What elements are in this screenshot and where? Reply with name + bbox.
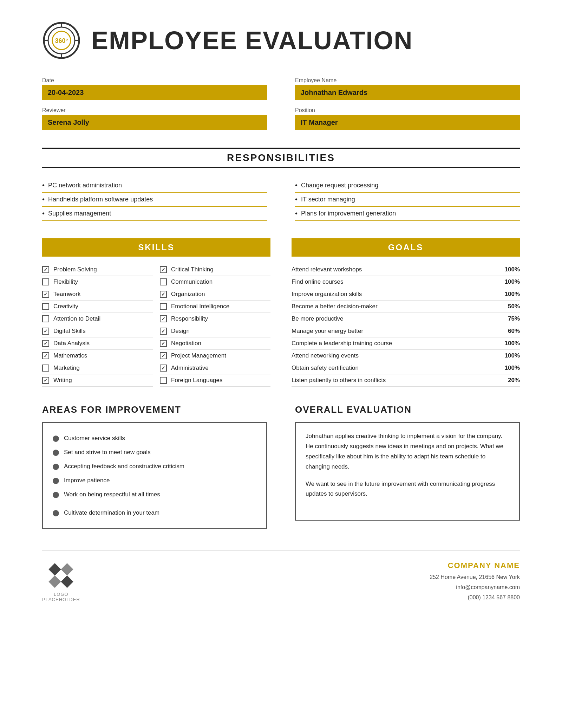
eval-paragraph: Johnathan applies creative thinking to i… (306, 431, 509, 472)
goals-title: GOALS (292, 238, 520, 257)
responsibilities-section: RESPONSIBILITIES PC network administrati… (42, 148, 520, 221)
footer-logo: LOGO PLACEHOLDER (42, 561, 80, 602)
eval-title: OVERALL EVALUATION (295, 404, 520, 415)
skill-label: Teamwork (53, 291, 80, 298)
goal-item: Obtain safety certification100% (292, 362, 520, 374)
checkbox (42, 278, 49, 285)
goal-text: Become a better decision-maker (292, 303, 499, 310)
svg-rect-10 (48, 575, 61, 588)
goal-text: Find online courses (292, 278, 499, 285)
goal-pct: 100% (499, 365, 520, 372)
skill-item: Design (160, 325, 270, 337)
footer-phone: (000) 1234 567 8800 (430, 593, 520, 603)
bullet-circle (53, 478, 59, 484)
checkbox (160, 278, 167, 285)
skill-label: Responsibility (171, 315, 208, 322)
goal-text: Attend networking events (292, 352, 499, 359)
goal-pct: 100% (499, 352, 520, 359)
resp-item: Handhelds platform software updates (42, 193, 267, 207)
checkbox (42, 328, 49, 335)
checkbox (42, 340, 49, 347)
footer-company-name: COMPANY NAME (430, 561, 520, 570)
bullet-circle (53, 510, 59, 516)
skill-item: Organization (160, 288, 270, 301)
resp-item: Change request processing (295, 179, 520, 193)
area-text: Cultivate determination in your team (64, 509, 159, 516)
skill-item: Teamwork (42, 288, 153, 301)
date-value: 20-04-2023 (42, 85, 267, 100)
skill-label: Marketing (53, 365, 80, 372)
area-text: Accepting feedback and constructive crit… (64, 463, 184, 470)
goal-pct: 20% (499, 377, 520, 384)
footer: LOGO PLACEHOLDER COMPANY NAME 252 Home A… (42, 550, 520, 603)
goal-pct: 60% (499, 328, 520, 335)
skill-label: Creativity (53, 303, 78, 310)
employee-label: Employee Name (295, 77, 520, 84)
svg-rect-9 (61, 563, 73, 575)
skill-item: Negotiation (160, 337, 270, 350)
skill-label: Critical Thinking (171, 266, 214, 273)
checkbox (42, 377, 49, 384)
page-title: EMPLOYEE EVALUATION (91, 26, 413, 55)
reviewer-field: Reviewer Serena Jolly (42, 107, 267, 130)
goal-text: Manage your energy better (292, 328, 499, 335)
skill-label: Flexibility (53, 278, 78, 285)
footer-logo-icon (47, 561, 75, 590)
bullet-circle (53, 436, 59, 442)
goal-pct: 50% (499, 303, 520, 310)
areas-title: AREAS FOR IMPROVEMENT (42, 404, 267, 415)
skill-label: Administrative (171, 365, 209, 372)
checkbox (42, 365, 49, 372)
resp-item: IT sector managing (295, 193, 520, 207)
skill-label: Project Management (171, 352, 226, 359)
goal-pct: 100% (499, 291, 520, 298)
skill-label: Communication (171, 278, 213, 285)
goal-text: Listen patiently to others in conflicts (292, 377, 499, 384)
skill-item: Marketing (42, 362, 153, 374)
logo-360: 360° (42, 21, 81, 60)
checkbox (42, 266, 49, 273)
area-item: Customer service skills (53, 431, 256, 445)
checkbox (42, 315, 49, 322)
goal-item: Listen patiently to others in conflicts2… (292, 374, 520, 387)
area-item: Set and strive to meet new goals (53, 445, 256, 459)
svg-rect-11 (61, 575, 73, 588)
checkbox (160, 315, 167, 322)
goal-item: Attend relevant workshops100% (292, 264, 520, 276)
goal-item: Complete a leadership training course100… (292, 337, 520, 350)
eval-box: Johnathan applies creative thinking to i… (295, 422, 520, 521)
checkbox (42, 303, 49, 310)
checkbox (160, 365, 167, 372)
checkbox (42, 352, 49, 359)
goal-item: Become a better decision-maker50% (292, 301, 520, 313)
checkbox (160, 266, 167, 273)
skill-item: Project Management (160, 350, 270, 362)
area-text: Improve patience (64, 477, 110, 484)
area-item: Work on being respectful at all times (53, 488, 256, 502)
svg-text:360°: 360° (55, 37, 68, 44)
area-item: Improve patience (53, 473, 256, 488)
resp-item: Supplies management (42, 207, 267, 221)
goal-text: Improve organization skills (292, 291, 499, 298)
skill-label: Emotional Intelligence (171, 303, 229, 310)
goal-text: Be more productive (292, 315, 499, 322)
areas-box: Customer service skillsSet and strive to… (42, 422, 267, 529)
skill-item: Attention to Detail (42, 313, 153, 325)
skill-item: Data Analysis (42, 337, 153, 350)
area-item: Cultivate determination in your team (53, 506, 256, 520)
eval-paragraph: We want to see in the future improvement… (306, 479, 509, 500)
goal-pct: 100% (499, 278, 520, 285)
date-label: Date (42, 77, 267, 84)
skill-item: Mathematics (42, 350, 153, 362)
area-text: Work on being respectful at all times (64, 491, 160, 498)
skill-label: Writing (53, 377, 72, 384)
goal-item: Attend networking events100% (292, 350, 520, 362)
goal-pct: 100% (499, 266, 520, 273)
bullet-circle (53, 492, 59, 498)
skills-grid: Problem SolvingFlexibilityTeamworkCreati… (42, 264, 270, 387)
skills-column: SKILLS Problem SolvingFlexibilityTeamwor… (42, 238, 270, 387)
bottom-section: AREAS FOR IMPROVEMENT Customer service s… (42, 404, 520, 529)
responsibilities-title: RESPONSIBILITIES (42, 148, 520, 168)
skill-label: Design (171, 328, 190, 335)
skill-label: Problem Solving (53, 266, 97, 273)
